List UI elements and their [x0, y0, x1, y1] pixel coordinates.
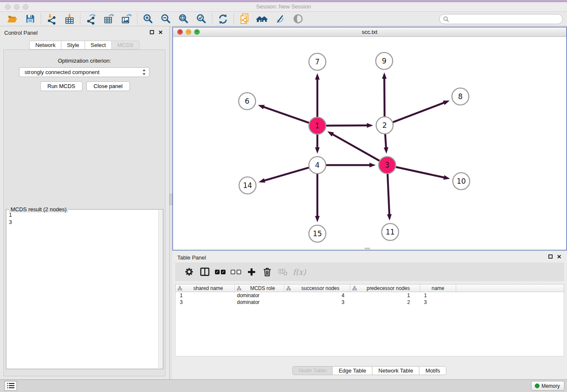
column-header-successor-nodes[interactable]: successor nodes: [284, 284, 350, 292]
apply-layout-button[interactable]: [214, 13, 232, 25]
network-minimize-button[interactable]: −: [186, 29, 191, 35]
add-row-button[interactable]: [244, 264, 259, 279]
float-panel-icon[interactable]: [150, 30, 154, 34]
cell-shared-name[interactable]: 1: [176, 292, 235, 299]
split-panel-button[interactable]: [197, 264, 212, 279]
function-builder-button[interactable]: f(x): [291, 264, 306, 279]
column-header-shared-name[interactable]: shared name: [176, 284, 235, 292]
column-settings-button[interactable]: [181, 264, 197, 279]
delete-row-button[interactable]: [259, 264, 275, 279]
search-box[interactable]: [439, 14, 563, 24]
select-all-button[interactable]: ✓✓: [212, 264, 228, 279]
cell-predecessor-nodes[interactable]: 2: [350, 299, 420, 306]
cell-MCDS-role[interactable]: dominator: [235, 299, 284, 306]
graph-node-7[interactable]: 7: [309, 53, 326, 70]
result-scrollbar[interactable]: [158, 210, 163, 368]
graph-node-1[interactable]: 1: [309, 117, 326, 134]
select-stepper-icon: [142, 69, 146, 78]
edge-2-9[interactable]: [384, 78, 385, 116]
table-row[interactable]: 1dominator411: [176, 292, 564, 299]
tab-network[interactable]: Network: [29, 41, 61, 50]
float-table-panel-icon[interactable]: [548, 254, 553, 259]
hide-graphics-details-button[interactable]: [271, 13, 289, 25]
mcds-result-box[interactable]: MCDS result (2 nodes) 13: [6, 209, 163, 369]
sort-column-icon[interactable]: [237, 286, 241, 290]
import-network-button[interactable]: [43, 13, 61, 25]
optimization-criterion-select[interactable]: strongly connected component: [19, 67, 149, 77]
cell-MCDS-role[interactable]: dominator: [235, 292, 284, 299]
graph-node-4[interactable]: 4: [309, 157, 326, 174]
save-session-button[interactable]: [21, 13, 39, 25]
cell-predecessor-nodes[interactable]: 1: [350, 292, 420, 299]
graph-node-15[interactable]: 15: [309, 225, 326, 242]
open-session-button[interactable]: [3, 13, 21, 25]
search-input[interactable]: [449, 16, 562, 23]
graph-node-6[interactable]: 6: [239, 93, 256, 110]
edge-3-1[interactable]: [332, 134, 380, 161]
table-panel: Table Panel ✕ ✓✓ f(x) shared nameMCDS ro…: [172, 251, 567, 379]
first-neighbors-button[interactable]: [253, 13, 271, 25]
cell-shared-name[interactable]: 3: [176, 299, 235, 306]
window-close-button[interactable]: [5, 4, 11, 10]
cell-successor-nodes[interactable]: 4: [284, 292, 350, 299]
graph-node-3[interactable]: 3: [379, 157, 396, 174]
zoom-selected-button[interactable]: [193, 13, 210, 25]
zoom-fit-button[interactable]: [175, 13, 193, 25]
graph-node-11[interactable]: 11: [382, 224, 399, 240]
tab-motifs[interactable]: Motifs: [419, 366, 446, 375]
network-zoom-button[interactable]: +: [194, 29, 200, 35]
window-minimize-button[interactable]: [14, 4, 19, 10]
column-header-name[interactable]: name: [420, 284, 456, 292]
table-row[interactable]: 3dominator323: [176, 299, 564, 306]
graph-node-14[interactable]: 14: [239, 177, 256, 194]
cell-name[interactable]: 1: [420, 292, 456, 299]
show-graphics-details-button[interactable]: [289, 13, 307, 25]
edge-2-8[interactable]: [393, 102, 445, 122]
window-zoom-button[interactable]: [23, 4, 28, 10]
export-table-button[interactable]: [100, 13, 118, 25]
close-table-panel-icon[interactable]: ✕: [557, 254, 561, 259]
cell-successor-nodes[interactable]: 3: [284, 299, 350, 306]
memory-button[interactable]: Memory: [531, 381, 564, 391]
close-panel-button[interactable]: Close panel: [86, 81, 130, 91]
sort-column-icon[interactable]: [178, 286, 182, 290]
deselect-all-button[interactable]: [228, 264, 244, 279]
network-close-button[interactable]: ✕: [177, 29, 183, 35]
task-history-button[interactable]: [4, 381, 17, 391]
export-image-button[interactable]: [118, 13, 135, 25]
export-network-button[interactable]: [82, 13, 100, 25]
import-table-button[interactable]: [61, 13, 78, 25]
canvas-scrollbar-thumb[interactable]: [364, 248, 370, 249]
edge-2-3[interactable]: [385, 134, 386, 148]
edge-4-14[interactable]: [264, 168, 308, 181]
edge-3-10[interactable]: [396, 167, 445, 177]
edge-1-2[interactable]: [326, 125, 368, 126]
tab-mcds[interactable]: MCDS: [111, 41, 139, 50]
edge-3-11[interactable]: [388, 174, 389, 215]
graph-node-9[interactable]: 9: [376, 52, 393, 69]
zoom-in-button[interactable]: [139, 13, 157, 25]
tab-select[interactable]: Select: [85, 41, 112, 50]
tab-style[interactable]: Style: [61, 41, 85, 50]
delete-table-button[interactable]: [275, 264, 291, 279]
zoom-out-button[interactable]: [157, 13, 175, 25]
run-mcds-button[interactable]: Run MCDS: [40, 81, 83, 91]
column-header-MCDS-role[interactable]: MCDS role: [235, 284, 284, 292]
graph-node-2[interactable]: 2: [376, 117, 393, 134]
tab-node-table[interactable]: Node Table: [292, 366, 333, 375]
graph-node-10[interactable]: 10: [453, 173, 470, 190]
network-window-titlebar[interactable]: ✕ − + scc.txt: [173, 28, 566, 37]
network-canvas[interactable]: 7968124314101511: [173, 37, 566, 250]
tab-network-table[interactable]: Network Table: [372, 366, 419, 375]
panel-splitter[interactable]: [169, 26, 172, 379]
network-graph[interactable]: 7968124314101511: [173, 37, 566, 250]
close-panel-icon[interactable]: ✕: [158, 30, 163, 35]
new-network-from-selection-button[interactable]: [236, 13, 253, 25]
edge-1-6[interactable]: [263, 107, 309, 123]
cell-name[interactable]: 3: [420, 299, 456, 306]
sort-column-icon[interactable]: [352, 286, 357, 290]
graph-node-8[interactable]: 8: [452, 88, 469, 105]
column-header-predecessor-nodes[interactable]: predecessor nodes: [350, 284, 420, 292]
tab-edge-table[interactable]: Edge Table: [332, 366, 372, 375]
sort-column-icon[interactable]: [286, 286, 291, 290]
